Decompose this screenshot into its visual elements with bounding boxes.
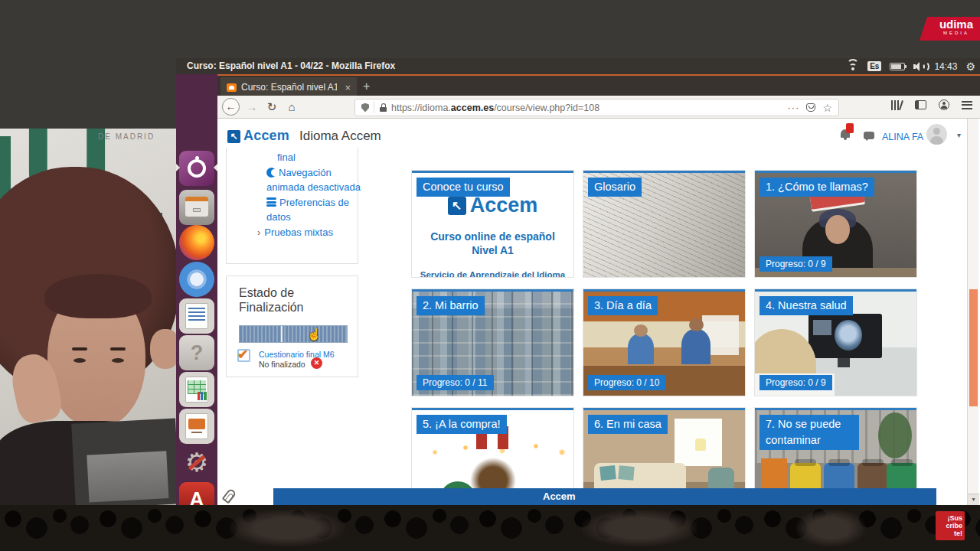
forward-button[interactable]: → — [244, 99, 260, 115]
accem-logo-text[interactable]: Accem — [243, 128, 289, 144]
not-completed-icon: ✕ — [311, 357, 322, 369]
scrollbar-down-button[interactable]: ▾ — [968, 494, 979, 505]
sidebar-toggle-icon[interactable] — [915, 100, 926, 109]
course-card-mi-barrio[interactable]: 2. Mi barrio Progreso: 0 / 11 — [411, 289, 574, 396]
crowd-highlight — [796, 510, 865, 546]
webcam-person-brow — [110, 347, 126, 350]
tab-close-icon[interactable]: × — [345, 82, 351, 93]
firefox-focus-indicator — [210, 164, 217, 171]
sidebar-item-pruebas-mixtas[interactable]: ›Pruebas mixtas — [266, 225, 361, 240]
card-title: 7. No se puede contaminar — [760, 415, 859, 450]
sidebar-item-navegacion-animada[interactable]: Navegación animada desactivada — [266, 165, 361, 194]
messages-icon[interactable] — [864, 132, 874, 139]
page-actions-icon[interactable]: ··· — [787, 102, 799, 113]
chevron-right-icon[interactable]: › — [257, 227, 260, 238]
completion-progress-bar[interactable]: ☝ — [239, 325, 348, 343]
webcam-person-eye — [112, 358, 124, 363]
tracking-shield-icon[interactable] — [361, 103, 369, 112]
pocket-icon[interactable] — [806, 103, 815, 112]
crowd-highlight — [582, 510, 697, 546]
course-card-glosario[interactable]: Glosario — [583, 170, 746, 278]
reload-button[interactable]: ↻ — [264, 99, 279, 115]
session-gear-icon[interactable]: ⚙ — [965, 61, 975, 72]
accem-logo-icon[interactable]: ↖ — [227, 130, 240, 143]
hamburger-menu-icon[interactable] — [962, 101, 972, 109]
clock[interactable]: 14:43 — [934, 61, 957, 72]
files-icon-handle — [193, 208, 201, 212]
launcher-dock: ? ⚙ A — [176, 74, 217, 505]
files-icon-bar — [185, 197, 208, 201]
top-panel: Curso: Español nivel A1 - 04/22 - Mozill… — [176, 58, 980, 74]
course-card-como-te-llamas[interactable]: 1. ¿Cómo te llamas? Progreso: 0 / 9 — [754, 170, 917, 278]
tab-active[interactable]: Curso: Español nivel A1 × — [220, 77, 357, 97]
card-title: Glosario — [588, 178, 642, 197]
card-title: 4. Nuestra salud — [760, 296, 853, 315]
photo-pillow — [599, 465, 616, 481]
chromium-launcher[interactable] — [179, 262, 214, 297]
user-name[interactable]: ALINA FA — [882, 132, 923, 142]
volume-icon[interactable] — [913, 62, 926, 71]
accem-logo-icon: ↖ — [448, 197, 466, 215]
impress-launcher[interactable] — [179, 409, 214, 444]
keyboard-layout-indicator[interactable]: Es — [867, 61, 881, 71]
site-name: Idioma Accem — [299, 129, 381, 144]
question-icon: ? — [179, 335, 214, 370]
webcam-logo-text: DE MADRID — [98, 132, 155, 141]
url-bar[interactable]: https://idioma.accem.es/course/view.php?… — [354, 99, 839, 116]
card-text-line: Curso online de español — [412, 230, 573, 243]
bookmark-star-icon[interactable]: ☆ — [822, 103, 832, 113]
photo-xray-skull — [835, 320, 862, 350]
writer-launcher[interactable] — [179, 298, 214, 334]
new-tab-button[interactable]: + — [363, 80, 370, 93]
photo-head — [689, 318, 704, 331]
scrollbar-track[interactable]: ▾ — [967, 119, 978, 505]
impress-icon-base — [191, 432, 202, 433]
crowd-highlight — [230, 510, 345, 546]
settings-launcher[interactable]: ⚙ — [179, 445, 214, 481]
files-launcher[interactable] — [179, 190, 214, 225]
user-menu-caret-icon[interactable]: ▾ — [957, 131, 961, 139]
course-card-conoce[interactable]: ↖Accem Curso online de español Nivel A1 … — [411, 170, 574, 278]
writer-icon-line — [188, 319, 205, 321]
library-icon[interactable] — [890, 100, 903, 110]
moodle-favicon — [227, 83, 237, 92]
database-icon — [266, 197, 276, 207]
url-text: https://idioma.accem.es/course/view.php?… — [391, 103, 787, 113]
quiz-status-text: No finalizado — [259, 360, 305, 369]
help-launcher[interactable]: ? — [179, 335, 214, 370]
impress-icon-slide — [188, 419, 205, 429]
scrollbar-thumb[interactable] — [969, 289, 978, 406]
account-icon[interactable] — [939, 99, 949, 110]
subscribe-line: cribe — [936, 522, 962, 530]
course-card-nuestra-salud[interactable]: 4. Nuestra salud Progreso: 0 / 9 — [754, 289, 917, 396]
firefox-window: Curso: Español nivel A1 × + ← → ↻ ⌂ http… — [217, 74, 980, 505]
back-button[interactable]: ← — [222, 98, 240, 116]
battery-icon[interactable] — [890, 63, 905, 70]
tab-bar: Curso: Español nivel A1 × + — [217, 74, 980, 96]
avatar[interactable] — [926, 124, 947, 145]
wifi-icon[interactable] — [847, 62, 859, 71]
webcam-person-bangs — [44, 274, 152, 318]
course-card-dia-a-dia[interactable]: 3. Día a día Progreso: 0 / 10 — [583, 289, 746, 396]
subscribe-line: te! — [936, 530, 962, 537]
footer-bar: Accem — [273, 488, 936, 505]
cursor-pointer-icon: ☝ — [307, 328, 322, 341]
calc-launcher[interactable] — [179, 372, 214, 407]
quiz-link[interactable]: Cuestionario final M6 — [259, 350, 335, 359]
paperclip-icon — [222, 488, 237, 504]
photo-tree — [878, 412, 912, 458]
writer-icon-line — [188, 315, 205, 317]
photo-person — [681, 329, 710, 364]
firefox-launcher[interactable] — [179, 225, 214, 260]
lock-icon[interactable] — [380, 103, 387, 112]
sidebar-item-final[interactable]: final — [277, 150, 361, 165]
card-progress: Progreso: 0 / 9 — [760, 256, 832, 272]
toggle-icon — [266, 168, 276, 178]
webcam-laptop — [71, 419, 176, 505]
photo-lamp — [695, 439, 706, 451]
photo-person — [628, 334, 654, 364]
sidebar-item-preferencias-datos[interactable]: Preferencias de datos — [266, 195, 361, 224]
card-progress: Progreso: 0 / 11 — [416, 375, 494, 390]
tab-title: Curso: Español nivel A1 — [241, 82, 337, 93]
home-button[interactable]: ⌂ — [284, 99, 299, 115]
